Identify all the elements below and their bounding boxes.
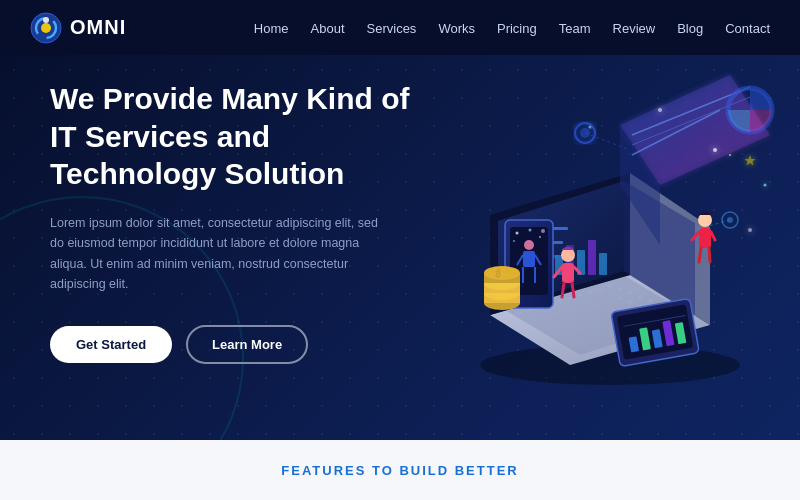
svg-marker-100 xyxy=(745,155,756,166)
hero-illustration: ₿ xyxy=(410,55,780,425)
svg-line-92 xyxy=(562,283,564,297)
get-started-button[interactable]: Get Started xyxy=(50,326,172,363)
nav-works[interactable]: Works xyxy=(438,21,475,36)
nav-pricing[interactable]: Pricing xyxy=(497,21,537,36)
brand-name: OMNI xyxy=(70,16,126,39)
svg-point-71 xyxy=(541,229,545,233)
features-label: FEATURES TO BUILD BETTER xyxy=(281,463,518,478)
hero-content: We Provide Many Kind of IT Services and … xyxy=(50,80,430,364)
hero-section: OMNI Home About Services Works Pricing T… xyxy=(0,0,800,440)
svg-point-70 xyxy=(513,240,515,242)
nav-contact[interactable]: Contact xyxy=(725,21,770,36)
svg-rect-49 xyxy=(588,240,596,275)
svg-line-93 xyxy=(572,283,574,297)
svg-point-103 xyxy=(658,108,662,112)
svg-point-2 xyxy=(41,23,51,33)
brand-logo-icon xyxy=(30,12,62,44)
svg-point-61 xyxy=(524,240,534,250)
svg-point-105 xyxy=(748,228,752,232)
nav-team[interactable]: Team xyxy=(559,21,591,36)
hero-description: Lorem ipsum dolor sit amet, consectetur … xyxy=(50,213,380,296)
svg-point-3 xyxy=(43,17,49,23)
svg-rect-95 xyxy=(699,228,711,248)
brand-logo: OMNI xyxy=(30,12,126,44)
svg-text:₿: ₿ xyxy=(495,268,501,279)
svg-point-69 xyxy=(529,229,532,232)
svg-point-106 xyxy=(729,154,731,156)
svg-point-68 xyxy=(539,236,541,238)
learn-more-button[interactable]: Learn More xyxy=(186,325,308,364)
nav-blog[interactable]: Blog xyxy=(677,21,703,36)
svg-rect-62 xyxy=(523,251,535,267)
svg-point-78 xyxy=(484,266,520,280)
navbar: OMNI Home About Services Works Pricing T… xyxy=(0,0,800,55)
svg-line-99 xyxy=(709,248,710,262)
svg-line-97 xyxy=(711,232,715,240)
nav-review[interactable]: Review xyxy=(613,21,656,36)
svg-point-101 xyxy=(713,148,717,152)
svg-point-88 xyxy=(561,248,575,262)
hero-title: We Provide Many Kind of IT Services and … xyxy=(50,80,430,193)
svg-line-98 xyxy=(699,248,701,262)
nav-services[interactable]: Services xyxy=(367,21,417,36)
svg-rect-50 xyxy=(599,253,607,275)
svg-point-94 xyxy=(698,213,712,227)
svg-point-67 xyxy=(516,232,519,235)
nav-links: Home About Services Works Pricing Team R… xyxy=(254,19,770,37)
svg-rect-89 xyxy=(562,263,574,283)
bottom-section: FEATURES TO BUILD BETTER xyxy=(0,440,800,500)
hero-buttons: Get Started Learn More xyxy=(50,325,430,364)
svg-point-102 xyxy=(764,184,767,187)
nav-about[interactable]: About xyxy=(311,21,345,36)
nav-home[interactable]: Home xyxy=(254,21,289,36)
